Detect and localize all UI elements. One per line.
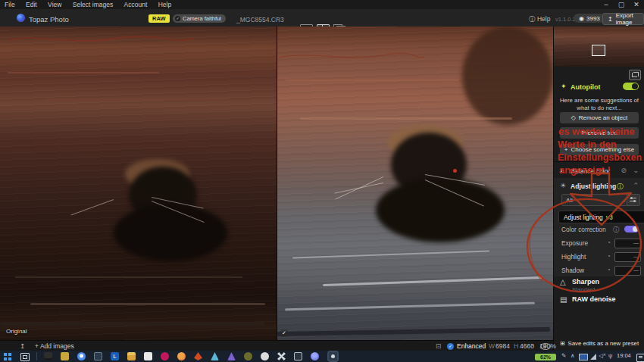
sliders-settings-button[interactable] bbox=[627, 194, 640, 206]
clock[interactable]: 19:04 bbox=[617, 352, 631, 359]
shadow-value-box[interactable]: — bbox=[614, 266, 641, 276]
tray-expand-caret[interactable]: ∧ bbox=[571, 352, 575, 359]
fit-frame-icon[interactable]: ⊡ bbox=[436, 342, 441, 350]
export-image-button[interactable]: ↥ Export image bbox=[602, 13, 644, 25]
color-correction-label: Color correction bbox=[561, 226, 606, 233]
adjust-lighting-header[interactable]: ☀ Adjust lighting ⓘ ⌃ bbox=[554, 180, 644, 191]
credits-badge[interactable]: ◉ 3993 bbox=[574, 14, 605, 23]
preserve-text-button[interactable]: Preserve text bbox=[560, 127, 639, 139]
taskbar-app-flame[interactable] bbox=[194, 352, 202, 360]
plus-icon: + bbox=[35, 342, 39, 350]
autopilot-title: Autopilot bbox=[571, 83, 601, 91]
exposure-row: Exposure ◔ — bbox=[554, 237, 644, 249]
chevron-up-icon[interactable]: ⌃ bbox=[633, 182, 639, 189]
taskbar-app-notepad[interactable] bbox=[144, 352, 152, 360]
crop-icon-2 bbox=[633, 72, 639, 76]
taskbar-app-blue-sphere[interactable] bbox=[311, 352, 319, 360]
sharpen-label: Sharpen bbox=[572, 278, 599, 286]
taskbar-app-terminal[interactable] bbox=[44, 352, 52, 360]
adjust-lighting-v3-menu-item[interactable]: Adjust lighting v3 bbox=[558, 211, 644, 223]
display-tray-icon[interactable] bbox=[579, 354, 588, 360]
right-sidebar: ✦ Autopilot Here are some suggestions of… bbox=[553, 27, 644, 351]
navigator-thumbnail[interactable] bbox=[554, 27, 644, 67]
pen-tray-icon[interactable]: ✎ bbox=[561, 352, 566, 359]
notification-center-icon[interactable] bbox=[636, 354, 644, 362]
enhanced-label[interactable]: Enhanced bbox=[457, 342, 486, 350]
taskbar-app-explorer[interactable] bbox=[127, 352, 136, 360]
remove-object-button[interactable]: ◇ Remove an object bbox=[560, 112, 639, 123]
width-label: W bbox=[489, 342, 495, 350]
taskbar-app-purple[interactable] bbox=[227, 352, 236, 360]
raw-badge[interactable]: RAW bbox=[148, 14, 170, 23]
menu-help[interactable]: Help bbox=[154, 0, 176, 8]
sharpen-icon: △ bbox=[560, 278, 566, 286]
autopilot-toggle[interactable] bbox=[623, 83, 639, 90]
menu-select-images[interactable]: Select images bbox=[68, 0, 117, 8]
color-correction-toggle[interactable] bbox=[624, 226, 639, 232]
plus-icon: + bbox=[564, 146, 568, 153]
add-images-button[interactable]: + Add images bbox=[35, 342, 74, 350]
save-preset-button[interactable]: ⊞ Save edits as a new preset bbox=[554, 337, 644, 349]
chevron-down-icon[interactable]: ⌄ bbox=[633, 167, 639, 174]
balance-color-header[interactable]: ◐ Balance color ⊘ ⌄ bbox=[554, 165, 644, 176]
taskbar-app-media[interactable] bbox=[61, 352, 69, 360]
menu-edit[interactable]: Edit bbox=[21, 0, 42, 8]
volume-tray-icon[interactable]: ◁✕ bbox=[599, 352, 606, 359]
menu-account[interactable]: Account bbox=[120, 0, 152, 8]
choose-something-else-button[interactable]: + Choose something else bbox=[560, 144, 639, 155]
taskbar-app-camera[interactable] bbox=[261, 352, 269, 360]
close-button[interactable]: ✕ bbox=[629, 0, 644, 9]
preview-eye-icon[interactable] bbox=[540, 343, 551, 350]
camera-profile-badge[interactable]: ✓ Camera faithful bbox=[173, 14, 226, 23]
toggle-knob bbox=[633, 226, 638, 232]
photo-original-pane[interactable]: Original bbox=[0, 27, 277, 340]
taskbar-app-boxed[interactable] bbox=[294, 352, 302, 360]
network-tray-icon[interactable] bbox=[590, 354, 596, 360]
battery-indicator[interactable]: 62% bbox=[535, 354, 556, 360]
dial-icon[interactable]: ◔ bbox=[607, 267, 611, 273]
taskbar-app-browser[interactable] bbox=[77, 352, 86, 360]
maximize-button[interactable]: ▢ bbox=[614, 0, 629, 9]
dial-icon[interactable]: ◔ bbox=[607, 239, 611, 246]
info-icon[interactable]: ⓘ bbox=[613, 226, 619, 234]
dark-corner bbox=[462, 27, 553, 125]
visibility-off-icon[interactable]: ⊘ bbox=[621, 167, 627, 174]
minimize-button[interactable]: – bbox=[599, 0, 614, 9]
highlight-value-box[interactable]: — bbox=[614, 252, 641, 262]
navigator-viewport-rect[interactable] bbox=[592, 45, 605, 56]
exposure-value-box[interactable]: — bbox=[614, 239, 641, 248]
taskbar-app-olive[interactable] bbox=[244, 352, 252, 360]
photo-enhanced-pane[interactable]: ✓ bbox=[277, 27, 553, 340]
help-button[interactable]: ⓘ Help bbox=[529, 15, 550, 24]
taskbar-app-teal[interactable] bbox=[211, 352, 219, 360]
pane-selected-checkbox[interactable]: ✓ bbox=[280, 329, 288, 337]
dropdown-value: All bbox=[566, 197, 573, 204]
lighting-model-dropdown[interactable]: All ⌄ bbox=[561, 194, 631, 206]
exposure-label: Exposure bbox=[561, 239, 588, 247]
taskbar-app-topaz-active[interactable] bbox=[329, 352, 337, 360]
water-streak bbox=[285, 80, 459, 81]
taskbar-app-x-tool[interactable] bbox=[277, 352, 286, 360]
preset-icon: ⊞ bbox=[560, 340, 565, 347]
enhanced-check-icon: ✓ bbox=[447, 343, 454, 350]
taskbar-app-mail[interactable] bbox=[94, 352, 102, 360]
title-bar: File Edit View Select images Account Hel… bbox=[0, 0, 644, 9]
dial-icon[interactable]: ◔ bbox=[607, 253, 611, 260]
topaz-photo-window: File Edit View Select images Account Hel… bbox=[0, 0, 644, 362]
upload-icon[interactable]: ↥ bbox=[20, 342, 25, 350]
menu-view[interactable]: View bbox=[43, 0, 66, 8]
taskbar-app-pink[interactable] bbox=[161, 352, 169, 360]
denoise-icon: ▤ bbox=[560, 295, 567, 304]
start-button[interactable] bbox=[4, 353, 11, 360]
taskbar-app-firefox[interactable] bbox=[177, 352, 186, 360]
usb-tray-icon[interactable]: ψ bbox=[608, 352, 612, 359]
task-view-button[interactable] bbox=[20, 353, 30, 361]
menu-file[interactable]: File bbox=[0, 0, 20, 8]
help-label: Help bbox=[537, 15, 550, 23]
save-preset-label: Save edits as a new preset bbox=[567, 340, 639, 347]
info-icon[interactable]: ⓘ bbox=[617, 182, 624, 192]
taskbar-app-libreoffice[interactable]: L bbox=[111, 352, 119, 360]
crop-tool-button[interactable] bbox=[629, 70, 641, 80]
preserve-text-label: Preserve text bbox=[581, 130, 617, 136]
credits-count: 3993 bbox=[586, 15, 600, 22]
